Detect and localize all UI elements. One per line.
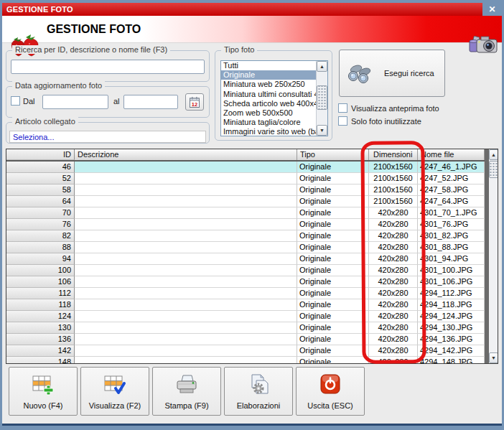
table-check-icon: [103, 373, 127, 396]
column-header-descrizione[interactable]: Descrizione: [75, 149, 297, 160]
cell-nome-file: 4301_94.JPG: [418, 253, 485, 265]
tipo-foto-option[interactable]: Miniatura ultimi consultati 40: [221, 90, 316, 99]
visualizza-button[interactable]: Visualizza (F2): [80, 367, 149, 416]
option-row: Solo foto inutilizzate: [338, 116, 421, 126]
cell-descrizione: [75, 322, 297, 334]
cell-tipo: Originale: [297, 219, 369, 230]
article-select-link[interactable]: Seleziona...: [9, 131, 206, 143]
table-row[interactable]: 82Originale420x2804301_82.JPG: [6, 230, 485, 242]
cell-tipo: Originale: [297, 357, 369, 364]
visualizza-label: Visualizza (F2): [89, 401, 141, 410]
cell-nome-file: 4294_136.JPG: [418, 334, 485, 345]
table-row[interactable]: 100Originale420x2804301_100.JPG: [6, 265, 485, 276]
column-header-tipo[interactable]: Tipo: [297, 149, 369, 160]
scroll-down-icon[interactable]: ▼: [317, 125, 327, 136]
table-row[interactable]: 52Originale2100x15604247_52.JPG: [6, 173, 485, 184]
elaborazioni-button[interactable]: Elaborazioni: [224, 367, 293, 416]
table-row[interactable]: 88Originale420x2804301_88.JPG: [6, 242, 485, 253]
window-bottom-edge: [2, 424, 502, 426]
table-row[interactable]: 106Originale420x2804301_106.JPG: [6, 276, 485, 288]
dal-checkbox[interactable]: [11, 96, 20, 106]
cell-nome-file: 4294_148.JPG: [418, 357, 485, 364]
cell-id: 124: [6, 311, 75, 322]
tipo-foto-option[interactable]: Miniatura web 250x250: [221, 80, 316, 89]
tipo-foto-option[interactable]: Zoom web 500x500: [221, 108, 316, 118]
calendar-button[interactable]: 12: [185, 93, 204, 111]
binoculars-icon: [347, 62, 374, 84]
tipo-foto-group: Tipo foto TuttiOriginaleMiniatura web 25…: [215, 50, 332, 141]
table-row[interactable]: 148Originale420x2804294_148.JPG: [6, 357, 485, 364]
uscita-label: Uscita (ESC): [307, 401, 353, 410]
tipo-foto-listbox[interactable]: TuttiOriginaleMiniatura web 250x250Minia…: [220, 60, 328, 136]
nuovo-button[interactable]: Nuovo (F4): [9, 367, 78, 416]
search-group: Ricerca per ID, descrizione o nome file …: [6, 50, 210, 82]
table-row[interactable]: 64Originale2100x15604247_64.JPG: [6, 196, 485, 207]
cell-dimensioni: 420x280: [369, 334, 418, 345]
svg-text:12: 12: [192, 101, 197, 107]
tipo-foto-option[interactable]: Tutti: [221, 61, 316, 70]
table-row[interactable]: 70Originale420x2804301_70_1.JPG: [6, 207, 485, 219]
cell-dimensioni: 2100x1560: [369, 196, 418, 207]
cell-nome-file: 4247_46_1.JPG: [418, 162, 485, 173]
scroll-up-icon[interactable]: ▲: [317, 61, 327, 72]
scrollbar-thumb[interactable]: [317, 85, 327, 110]
tipo-foto-option[interactable]: Miniatura taglia/colore: [221, 118, 316, 127]
title-bar[interactable]: GESTIONE FOTO: [2, 3, 482, 16]
cell-dimensioni: 2100x1560: [369, 184, 418, 196]
cell-nome-file: 4247_58.JPG: [418, 184, 485, 196]
column-header-id[interactable]: ID: [6, 149, 75, 160]
cell-nome-file: 4294_118.JPG: [418, 299, 485, 311]
header-band: GESTIONE FOTO: [2, 16, 502, 43]
cell-id: 70: [6, 207, 75, 219]
close-button[interactable]: ✕: [482, 3, 502, 16]
cell-id: 88: [6, 242, 75, 253]
table-row[interactable]: 130Originale420x2804294_130.JPG: [6, 322, 485, 334]
table-row[interactable]: 142Originale420x2804294_142.JPG: [6, 345, 485, 357]
dal-label: Dal: [23, 97, 35, 106]
nuovo-label: Nuovo (F4): [23, 401, 62, 410]
cell-descrizione: [75, 253, 297, 265]
scroll-down-icon[interactable]: ▼: [489, 352, 498, 363]
tipo-foto-option[interactable]: Scheda articolo web 400x40: [221, 99, 316, 108]
table-row[interactable]: 76Originale420x2804301_76.JPG: [6, 219, 485, 230]
table-row[interactable]: 136Originale420x2804294_136.JPG: [6, 334, 485, 345]
table-row[interactable]: 58Originale2100x15604247_58.JPG: [6, 184, 485, 196]
table-scrollbar[interactable]: ▲ ▼: [489, 149, 498, 363]
table-row[interactable]: 118Originale420x2804294_118.JPG: [6, 299, 485, 311]
cell-id: 148: [6, 357, 75, 364]
listbox-scrollbar[interactable]: ▲ ▼: [316, 61, 327, 136]
cell-nome-file: 4247_52.JPG: [418, 173, 485, 184]
tipo-foto-group-label: Tipo foto: [221, 45, 257, 54]
visualizza-anteprima-checkbox[interactable]: [338, 103, 347, 113]
cell-id: 100: [6, 265, 75, 276]
esegui-ricerca-button[interactable]: Esegui ricerca: [339, 50, 445, 97]
column-header-nome-file[interactable]: Nome file: [418, 149, 485, 160]
table-row[interactable]: 112Originale420x2804294_112.JPG: [6, 288, 485, 299]
cell-dimensioni: 420x280: [369, 322, 418, 334]
date-from-input[interactable]: [42, 95, 108, 109]
cell-descrizione: [75, 276, 297, 288]
elaborazioni-label: Elaborazioni: [237, 401, 281, 410]
table-row[interactable]: 94Originale420x2804301_94.JPG: [6, 253, 485, 265]
scrollbar-thumb[interactable]: [489, 161, 498, 178]
tipo-foto-option[interactable]: Immagini varie sito web (bar: [221, 127, 316, 136]
tipo-foto-option[interactable]: Originale: [221, 70, 316, 80]
table-row[interactable]: 124Originale420x2804294_124.JPG: [6, 311, 485, 322]
date-to-input[interactable]: [123, 95, 178, 109]
cell-dimensioni: 420x280: [369, 288, 418, 299]
cell-dimensioni: 420x280: [369, 265, 418, 276]
cell-tipo: Originale: [297, 162, 369, 173]
scroll-up-icon[interactable]: ▲: [489, 149, 498, 160]
search-group-label: Ricerca per ID, descrizione o nome file …: [12, 45, 170, 54]
table-row[interactable]: 46Originale2100x15604247_46_1.JPG: [6, 162, 485, 173]
search-input[interactable]: [11, 60, 205, 74]
solo-foto-checkbox[interactable]: [338, 116, 347, 126]
article-group: Articolo collegato Seleziona...: [6, 122, 210, 144]
uscita-button[interactable]: Uscita (ESC): [296, 367, 365, 416]
column-header-dimensioni[interactable]: Dimensioni: [369, 149, 418, 160]
cell-tipo: Originale: [297, 334, 369, 345]
cell-tipo: Originale: [297, 276, 369, 288]
cell-dimensioni: 420x280: [369, 253, 418, 265]
calendar-icon: 12: [189, 96, 200, 108]
stampa-button[interactable]: Stampa (F9): [152, 367, 221, 416]
